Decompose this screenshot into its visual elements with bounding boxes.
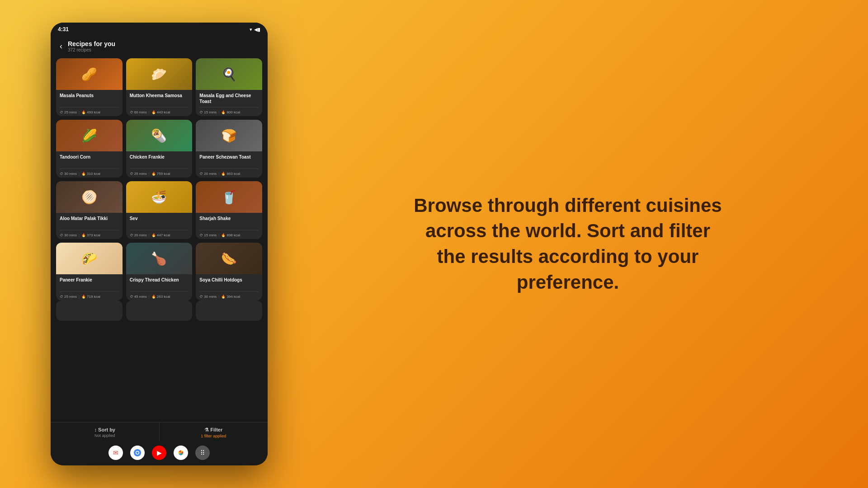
youtube-icon[interactable]: ▶ <box>152 446 166 460</box>
recipe-kcal: 🔥 863 kcal <box>221 172 240 176</box>
recipe-card-5[interactable]: 🌯 Chicken Frankie ⏱ 25 mins | 🔥 759 kcal <box>126 120 193 178</box>
fire-icon: 🔥 <box>151 110 156 114</box>
clock-icon: ⏱ <box>130 233 133 237</box>
meta-separator: | <box>149 295 150 299</box>
recipe-meta: ⏱ 30 mins | 🔥 310 kcal <box>60 169 119 176</box>
recipe-card-11[interactable]: 🍗 Crispy Thread Chicken ⏱ 45 mins | 🔥 26… <box>126 243 193 300</box>
clock-icon: ⏱ <box>60 295 63 299</box>
gmail-icon[interactable]: ✉ <box>108 446 123 460</box>
header-text: Recipes for you 372 recipes <box>68 40 115 52</box>
recipe-info: Paneer Frankie ⏱ 25 mins | 🔥 719 kcal <box>56 274 123 300</box>
recipe-card-9[interactable]: 🥤 Sharjah Shake ⏱ 15 mins | 🔥 898 kcal <box>196 181 262 239</box>
clock-icon: ⏱ <box>199 172 203 176</box>
recipe-info: Crispy Thread Chicken ⏱ 45 mins | 🔥 263 … <box>126 274 193 300</box>
recipe-info: Paneer Schezwan Toast ⏱ 20 mins | 🔥 863 … <box>196 151 262 178</box>
recipe-image: 🫓 <box>56 181 123 213</box>
recipe-image: 🥜 <box>56 58 123 90</box>
fire-icon: 🔥 <box>221 110 226 114</box>
sort-button[interactable]: ↕ Sort by Not applied <box>51 422 159 441</box>
fire-icon: 🔥 <box>81 295 86 299</box>
recipe-kcal: 🔥 447 kcal <box>151 233 170 237</box>
recipe-time: ⏱ 25 mins <box>130 172 147 176</box>
wifi-icon: ▾ <box>250 27 252 33</box>
clock-icon: ⏱ <box>199 110 203 114</box>
fire-icon: 🔥 <box>151 172 156 176</box>
header-subtitle: 372 recipes <box>68 47 115 52</box>
meta-separator: | <box>79 233 80 237</box>
recipe-card-6[interactable]: 🍞 Paneer Schezwan Toast ⏱ 20 mins | 🔥 86… <box>196 120 262 178</box>
recipe-meta: ⏱ 30 mins | 🔥 394 kcal <box>199 291 259 299</box>
clock-icon: ⏱ <box>130 110 133 114</box>
clock-icon: ⏱ <box>60 233 63 237</box>
recipe-time: ⏱ 60 mins <box>130 110 147 114</box>
fire-icon: 🔥 <box>81 233 86 237</box>
recipe-info: Masala Peanuts ⏱ 25 mins | 🔥 493 kcal <box>56 90 123 116</box>
app-drawer-icon[interactable]: ⠿ <box>195 446 210 460</box>
recipe-meta: ⏱ 15 mins | 🔥 898 kcal <box>199 230 259 237</box>
recipe-card-8[interactable]: 🍜 Sev ⏱ 20 mins | 🔥 447 kcal <box>126 181 193 239</box>
sort-sub: Not applied <box>94 433 115 438</box>
recipe-image: 🍳 <box>196 58 262 90</box>
recipe-info: Mutton Kheema Samosa ⏱ 60 mins | 🔥 443 k… <box>126 90 193 116</box>
recipe-kcal: 🔥 800 kcal <box>221 110 240 114</box>
recipe-image: 🍞 <box>196 120 262 151</box>
recipe-time: ⏱ 20 mins <box>130 233 147 237</box>
fire-icon: 🔥 <box>151 295 156 299</box>
recipe-name: Masala Egg and Cheese Toast <box>199 93 259 104</box>
recipe-card-7[interactable]: 🫓 Aloo Matar Palak Tikki ⏱ 30 mins | 🔥 3… <box>56 181 123 239</box>
recipe-image: 🌭 <box>196 243 262 274</box>
recipe-info: Chicken Frankie ⏱ 25 mins | 🔥 759 kcal <box>126 151 193 178</box>
recipe-name: Masala Peanuts <box>60 93 119 104</box>
clock-icon: ⏱ <box>130 172 133 176</box>
recipe-time: ⏱ 15 mins <box>199 110 217 114</box>
app-header: ‹ Recipes for you 372 recipes <box>51 36 268 55</box>
filter-label: ⚗ Filter <box>204 427 222 433</box>
clock-icon: ⏱ <box>60 110 63 114</box>
recipe-kcal: 🔥 310 kcal <box>81 172 100 176</box>
status-time: 4:31 <box>58 26 69 33</box>
recipe-image: 🍜 <box>126 181 193 213</box>
meta-separator: | <box>149 172 150 176</box>
recipe-kcal: 🔥 493 kcal <box>81 110 100 114</box>
android-nav: ✉ ▶ ⠿ <box>51 441 268 465</box>
recipe-image: 🥤 <box>196 181 262 213</box>
recipe-info: Sharjah Shake ⏱ 15 mins | 🔥 898 kcal <box>196 213 262 239</box>
recipe-card-12[interactable]: 🌭 Soya Chilli Hotdogs ⏱ 30 mins | 🔥 394 … <box>196 243 262 300</box>
recipe-kcal: 🔥 443 kcal <box>151 110 170 114</box>
svg-point-2 <box>137 452 139 454</box>
recipe-image: 🍗 <box>126 243 193 274</box>
clock-icon: ⏱ <box>60 172 63 176</box>
recipe-kcal: 🔥 759 kcal <box>151 172 170 176</box>
partial-card-3 <box>196 300 262 321</box>
recipe-card-1[interactable]: 🥜 Masala Peanuts ⏱ 25 mins | 🔥 493 kcal <box>56 58 123 116</box>
back-button[interactable]: ‹ <box>58 40 64 53</box>
recipe-card-4[interactable]: 🌽 Tandoori Corn ⏱ 30 mins | 🔥 310 kcal <box>56 120 123 178</box>
recipe-kcal: 🔥 898 kcal <box>221 233 240 237</box>
recipe-meta: ⏱ 25 mins | 🔥 719 kcal <box>60 291 119 299</box>
recipe-meta: ⏱ 15 mins | 🔥 800 kcal <box>199 107 259 114</box>
recipe-name: Paneer Frankie <box>60 277 119 289</box>
filter-button[interactable]: ⚗ Filter 1 filter applied <box>160 422 268 441</box>
meta-separator: | <box>149 233 150 237</box>
recipe-kcal: 🔥 373 kcal <box>81 233 100 237</box>
meta-separator: | <box>218 110 219 114</box>
recipe-card-2[interactable]: 🥟 Mutton Kheema Samosa ⏱ 60 mins | 🔥 443… <box>126 58 193 116</box>
header-title: Recipes for you <box>68 40 115 47</box>
fire-icon: 🔥 <box>221 172 226 176</box>
recipe-name: Sharjah Shake <box>199 216 259 227</box>
recipe-info: Soya Chilli Hotdogs ⏱ 30 mins | 🔥 394 kc… <box>196 274 262 300</box>
recipe-card-10[interactable]: 🌮 Paneer Frankie ⏱ 25 mins | 🔥 719 kcal <box>56 243 123 300</box>
recipe-meta: ⏱ 60 mins | 🔥 443 kcal <box>130 107 189 114</box>
recipe-time: ⏱ 25 mins <box>60 110 77 114</box>
promo-text: Browse through different cuisines across… <box>410 193 726 296</box>
recipe-image: 🌮 <box>56 243 123 274</box>
recipe-meta: ⏱ 20 mins | 🔥 447 kcal <box>130 230 189 237</box>
recipe-card-3[interactable]: 🍳 Masala Egg and Cheese Toast ⏱ 15 mins … <box>196 58 262 116</box>
partial-row <box>56 300 262 321</box>
photos-icon[interactable] <box>174 446 188 460</box>
fire-icon: 🔥 <box>221 295 226 299</box>
chrome-icon[interactable] <box>130 446 145 460</box>
meta-separator: | <box>218 295 219 299</box>
recipe-scroll-area[interactable]: 🥜 Masala Peanuts ⏱ 25 mins | 🔥 493 kcal <box>51 55 268 422</box>
recipe-name: Chicken Frankie <box>130 154 189 166</box>
